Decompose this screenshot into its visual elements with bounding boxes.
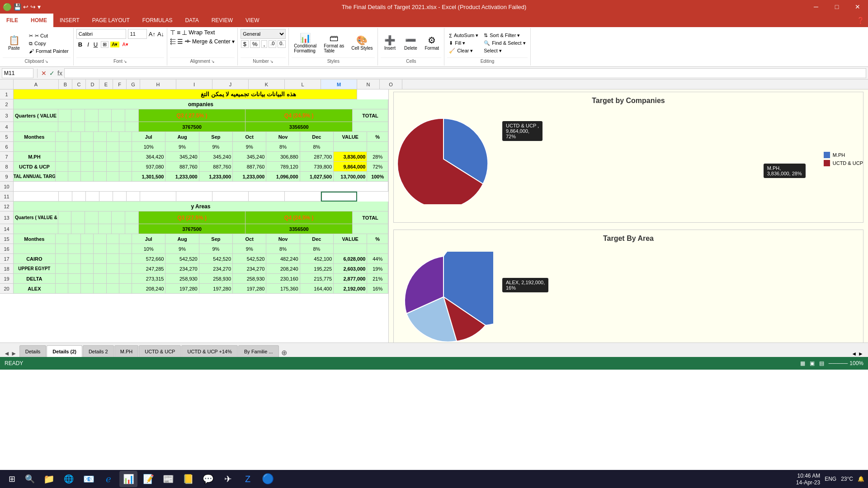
align-center-button[interactable]: ☰ <box>177 38 183 45</box>
autosum-button[interactable]: Σ AutoSum ▾ <box>447 32 480 39</box>
fill-color-button[interactable]: A▾ <box>110 42 119 47</box>
cut-button[interactable]: ✂ ✂ Cut <box>27 33 71 39</box>
align-middle-button[interactable]: ≡ <box>177 29 180 36</box>
close-button[interactable]: ✕ <box>847 0 868 14</box>
taskbar-file-explorer[interactable]: 📁 <box>40 471 58 487</box>
minimize-button[interactable]: ─ <box>806 0 826 14</box>
start-button[interactable]: ⊞ <box>4 471 20 487</box>
taskbar-chrome[interactable]: 🌐 <box>60 471 78 487</box>
fill-button[interactable]: ⬇ Fill ▾ <box>447 40 480 47</box>
font-name-input[interactable] <box>76 29 126 39</box>
align-top-button[interactable]: ⊤ <box>170 29 175 36</box>
sheet-tab-by-familie[interactable]: By Familie ... <box>238 345 279 357</box>
quick-access-save[interactable]: 💾 <box>14 3 21 10</box>
increase-decimal-button[interactable]: 0. <box>278 40 285 48</box>
taskbar-onenote[interactable]: 📒 <box>179 471 197 487</box>
bold-button[interactable]: B <box>76 41 84 48</box>
taskbar-outlook[interactable]: 📧 <box>80 471 98 487</box>
number-expand-icon[interactable]: ↘ <box>270 59 274 64</box>
decrease-font-size-button[interactable]: A↓ <box>157 31 164 38</box>
find-select-button[interactable]: 🔍 Find & Select ▾ <box>482 40 527 47</box>
paste-button[interactable]: 📋 Paste <box>3 34 25 52</box>
sort-filter-button[interactable]: ⇅ Sort & Filter ▾ <box>482 32 527 39</box>
clipboard-expand-icon[interactable]: ↘ <box>45 59 48 64</box>
merge-center-button[interactable]: Merge & Center ▾ <box>192 38 235 45</box>
ribbon-tab-home[interactable]: HOME <box>24 14 53 27</box>
col-header-G[interactable]: G <box>127 80 140 89</box>
sheet-tab-details[interactable]: Details <box>19 345 47 357</box>
insert-function-icon[interactable]: fx <box>57 70 62 77</box>
comma-button[interactable]: , <box>261 40 268 48</box>
col-header-E[interactable]: E <box>99 80 113 89</box>
font-size-input[interactable] <box>128 29 147 39</box>
formula-input[interactable] <box>64 68 866 78</box>
copy-button[interactable]: ⧉ Copy <box>27 40 71 47</box>
col-header-O[interactable]: O <box>380 80 402 89</box>
italic-button[interactable]: I <box>86 41 90 48</box>
quick-access-redo[interactable]: ↪ <box>30 3 36 10</box>
sheet-scroll-left[interactable]: ◄ <box>851 351 857 357</box>
align-bottom-button[interactable]: ⊥ <box>182 29 187 36</box>
col-header-J[interactable]: J <box>212 80 249 89</box>
underline-button[interactable]: U <box>92 41 99 48</box>
sheet-tab-mph[interactable]: M.PH <box>114 345 139 357</box>
sheet-tab-uctd-ucp[interactable]: UCTD & UCP <box>139 345 181 357</box>
format-cells-button[interactable]: ⚙ Format <box>422 34 441 52</box>
col-header-F[interactable]: F <box>113 80 127 89</box>
quick-access-more[interactable]: ▾ <box>38 3 41 10</box>
ribbon-help-icon[interactable]: ❓ <box>857 17 864 24</box>
taskbar-zoom[interactable]: Z <box>239 471 257 487</box>
ribbon-tab-file[interactable]: FILE <box>0 14 24 27</box>
ribbon-tab-formulas[interactable]: FORMULAS <box>136 14 179 27</box>
delete-cells-button[interactable]: ➖ Delete <box>401 34 420 52</box>
sheet-tab-left-arrow[interactable]: ◄ <box>4 350 10 357</box>
page-layout-view-button[interactable]: ▣ <box>810 360 815 366</box>
taskbar-edge[interactable]: ℯ <box>99 471 118 487</box>
confirm-formula-icon[interactable]: ✓ <box>49 70 55 77</box>
number-format-select[interactable]: General <box>241 29 286 39</box>
search-button[interactable]: 🔍 <box>22 471 38 487</box>
quick-access-undo[interactable]: ↩ <box>23 3 28 10</box>
sheet-scroll-right[interactable]: ► <box>858 351 863 357</box>
add-sheet-button[interactable]: ⊕ <box>281 348 287 357</box>
ribbon-tab-insert[interactable]: INSERT <box>53 14 86 27</box>
decrease-decimal-button[interactable]: .0 <box>269 40 276 48</box>
taskbar-app-extra[interactable]: 🔵 <box>259 471 277 487</box>
clear-button[interactable]: 🧹 Clear ▾ <box>447 47 480 54</box>
font-color-button[interactable]: A▾ <box>121 42 130 47</box>
format-as-table-button[interactable]: 🗃 Format asTable <box>321 32 346 55</box>
col-header-C[interactable]: C <box>72 80 86 89</box>
normal-view-button[interactable]: ▦ <box>800 360 805 366</box>
ribbon-tab-data[interactable]: DATA <box>179 14 205 27</box>
col-header-B[interactable]: B <box>59 80 72 89</box>
sheet-tab-details-2b[interactable]: Details 2 <box>83 345 114 357</box>
ribbon-tab-view[interactable]: VIEW <box>239 14 266 27</box>
col-header-M[interactable]: M <box>321 80 357 89</box>
active-cell-m11[interactable] <box>321 192 357 202</box>
col-header-A[interactable]: A <box>14 80 59 89</box>
percent-button[interactable]: % <box>250 40 260 48</box>
col-header-N[interactable]: N <box>357 80 380 89</box>
col-header-I[interactable]: I <box>176 80 212 89</box>
align-right-button[interactable]: ⬲ <box>184 38 191 45</box>
insert-cells-button[interactable]: ➕ Insert <box>381 34 399 52</box>
border-button[interactable]: ⊞ <box>101 41 108 48</box>
cell-styles-button[interactable]: 🎨 Cell Styles <box>349 34 375 52</box>
sheet-tab-right-arrow[interactable]: ► <box>11 350 17 357</box>
font-expand-icon[interactable]: ↘ <box>123 59 127 64</box>
align-left-button[interactable]: ⬱ <box>170 38 176 45</box>
name-box[interactable] <box>2 68 33 78</box>
col-header-D[interactable]: D <box>86 80 99 89</box>
taskbar-notification-icon[interactable]: 🔔 <box>858 476 864 482</box>
taskbar-excel[interactable]: 📊 <box>119 471 137 487</box>
taskbar-teams[interactable]: 💬 <box>199 471 217 487</box>
col-header-K[interactable]: K <box>249 80 285 89</box>
sheet-tab-uctd-ucp-14[interactable]: UCTD & UCP +14% <box>181 345 238 357</box>
wrap-text-button[interactable]: Wrap Text <box>189 29 215 36</box>
ribbon-tab-review[interactable]: REVIEW <box>205 14 239 27</box>
page-break-view-button[interactable]: ▤ <box>819 360 824 366</box>
maximize-button[interactable]: □ <box>826 0 847 14</box>
format-painter-button[interactable]: 🖌 Format Painter <box>27 48 71 54</box>
increase-font-size-button[interactable]: A↑ <box>149 31 156 38</box>
col-header-H[interactable]: H <box>140 80 176 89</box>
